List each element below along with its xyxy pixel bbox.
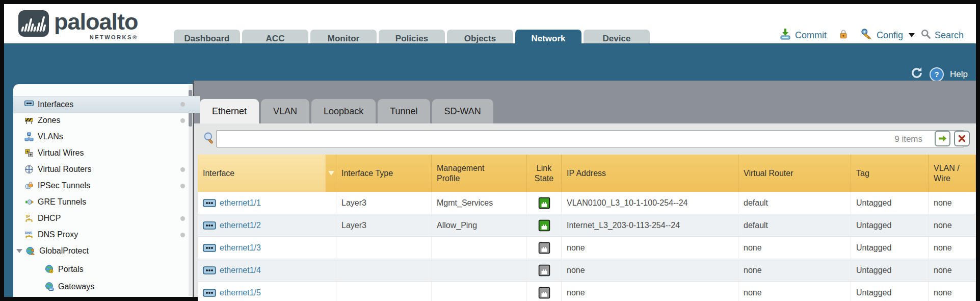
ethernet-interface-icon [203,199,216,207]
filter-search-icon [203,132,216,146]
sidebar-item-label: VLANs [38,132,63,141]
clear-filter-button[interactable] [954,131,970,146]
item-indicator-dot [180,167,185,172]
sort-indicator[interactable] [326,155,336,192]
top-header: paloalto NETWORKS® Dashboard ACC Monitor… [4,4,976,43]
vlan-cell: none [929,259,976,281]
virtual-routers-icon [24,165,34,174]
filter-input[interactable] [216,130,964,147]
expand-arrow-icon[interactable] [16,249,22,253]
column-virtual-router[interactable]: Virtual Router [738,155,851,192]
virtual-router-cell: none [738,282,851,301]
item-indicator-dot [180,184,185,188]
sidebar-item-virtual-routers[interactable]: Virtual Routers [13,161,200,178]
config-icon[interactable] [860,28,873,43]
item-indicator-dot [180,233,185,237]
mgmt-profile-cell: Allow_Ping [432,214,527,236]
vlan-cell: none [929,192,976,214]
search-icon[interactable] [920,29,931,42]
column-interface-type[interactable]: Interface Type [336,155,432,192]
interface-type-cell [336,259,432,281]
mgmt-profile-cell: Mgmt_Services [432,192,527,214]
virtual-router-cell: none [738,259,851,281]
lock-icon[interactable] [838,29,849,42]
ip-address-cell: Internet_L3_203-0-113-254--24 [562,214,738,236]
subtab-tunnel[interactable]: Tunnel [378,99,430,123]
interfaces-icon [24,100,34,109]
sidebar-item-globalprotect[interactable]: GlobalProtect [13,243,192,259]
commit-icon[interactable] [779,28,791,43]
interface-link[interactable]: ethernet1/2 [198,214,336,236]
subtab-vlan[interactable]: VLAN [261,99,309,123]
sidebar-item-label: GlobalProtect [39,246,89,256]
item-indicator-dot [180,102,185,107]
vlans-icon [24,132,34,141]
app-window: paloalto NETWORKS® Dashboard ACC Monitor… [0,0,980,301]
apply-filter-button[interactable] [935,131,950,146]
tag-cell: Untagged [851,259,929,281]
brand-name: paloalto [54,10,138,33]
ip-address-cell: VLAN0100_L3_10-1-100-254--24 [562,192,738,214]
sidebar-item-gateways[interactable]: Gateways [13,279,220,295]
sidebar-item-dhcp[interactable]: IP DHCP [13,210,200,227]
column-management-profile[interactable]: Management Profile [432,155,527,192]
ethernet-interface-icon [203,244,216,252]
ipsec-tunnels-icon [24,181,34,190]
sidebar-item-vlans[interactable]: VLANs [13,129,200,145]
search-button[interactable]: Search [935,30,964,41]
sidebar-item-interfaces[interactable]: Interfaces [13,96,200,113]
column-ip-address[interactable]: IP Address [562,155,738,192]
chevron-down-icon[interactable] [909,33,915,37]
dns-proxy-icon: DNS [24,230,34,239]
sidebar-item-virtual-wires[interactable]: Virtual Wires [13,145,200,161]
items-count: 9 items [861,134,922,144]
interface-type-cell: Layer3 [336,192,432,214]
help-icon[interactable]: ? [930,67,944,82]
subtab-loopback[interactable]: Loopback [311,99,376,123]
interface-link[interactable]: ethernet1/1 [198,192,336,214]
sidebar-item-portals[interactable]: Portals [13,261,220,278]
column-interface[interactable]: Interface [198,155,326,192]
globalprotect-icon [26,246,35,256]
column-link-state[interactable]: Link State [527,155,562,192]
config-menu[interactable]: Config [877,30,903,41]
refresh-icon[interactable] [910,66,923,82]
portals-icon [45,265,54,274]
link-state-icon [527,237,562,259]
sidebar-item-label: Zones [38,116,60,125]
sidebar-item-label: IPSec Tunnels [38,181,90,190]
mgmt-profile-cell [432,282,527,301]
column-tag[interactable]: Tag [851,155,929,192]
interface-type-cell [336,282,432,301]
subtab-ethernet[interactable]: Ethernet [200,99,259,123]
table-row: ethernet1/2 Layer3 Allow_Ping Internet_L… [198,214,976,237]
sidebar-item-ipsec-tunnels[interactable]: IPSec Tunnels [13,178,200,194]
sidebar-item-dns-proxy[interactable]: DNS DNS Proxy [13,227,200,243]
mgmt-profile-cell [432,259,527,281]
help-label[interactable]: Help [950,69,968,80]
brand-subtitle: NETWORKS® [54,35,138,40]
virtual-router-cell: default [738,214,851,236]
ip-address-cell: none [562,237,738,259]
gre-tunnels-icon [24,197,34,207]
sidebar-item-label: Virtual Wires [38,148,84,158]
link-state-icon [527,259,562,281]
paloalto-logo-icon [18,10,49,37]
sidebar-item-label: Gateways [58,282,94,291]
zones-icon [24,116,34,125]
tag-cell: Untagged [851,282,929,301]
column-vlan-virtual-wire[interactable]: VLAN / Wire [929,155,976,192]
mgmt-profile-cell [432,237,527,259]
table-row: ethernet1/3 none none Untagged none [198,237,976,259]
interface-link[interactable]: ethernet1/3 [198,237,336,259]
virtual-router-cell: default [738,192,851,214]
sidebar-item-zones[interactable]: Zones [13,112,200,129]
ip-address-cell: none [562,282,738,301]
subtab-sdwan[interactable]: SD-WAN [432,99,493,123]
link-state-icon [527,192,562,214]
interfaces-table: Interface Interface Type Management Prof… [198,155,976,301]
commit-button[interactable]: Commit [795,30,827,41]
interface-type-cell: Layer3 [336,214,432,236]
sidebar-item-gre-tunnels[interactable]: GRE Tunnels [13,194,200,210]
utility-bar: ? Help [910,66,968,82]
